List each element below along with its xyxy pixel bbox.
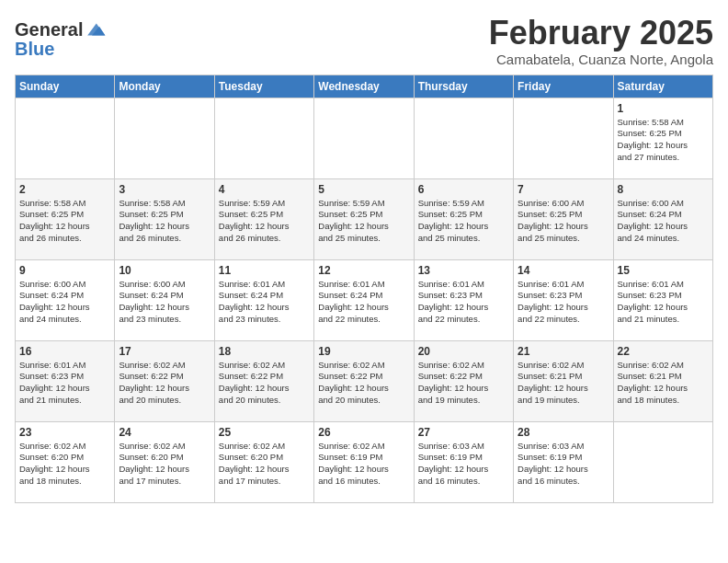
day-cell: 3Sunrise: 5:58 AM Sunset: 6:25 PM Daylig… [115, 178, 214, 259]
day-cell: 24Sunrise: 6:02 AM Sunset: 6:20 PM Dayli… [115, 421, 214, 502]
day-number: 3 [119, 183, 210, 196]
week-row-5: 23Sunrise: 6:02 AM Sunset: 6:20 PM Dayli… [16, 421, 713, 502]
col-header-sunday: Sunday [16, 75, 115, 98]
day-cell: 21Sunrise: 6:02 AM Sunset: 6:21 PM Dayli… [514, 340, 613, 421]
day-number: 28 [518, 426, 609, 439]
logo-text-line2: Blue [15, 39, 54, 59]
header-row: SundayMondayTuesdayWednesdayThursdayFrid… [16, 75, 713, 98]
day-number: 26 [318, 426, 409, 439]
day-info: Sunrise: 6:01 AM Sunset: 6:23 PM Dayligh… [618, 279, 709, 326]
day-cell: 5Sunrise: 5:59 AM Sunset: 6:25 PM Daylig… [314, 178, 414, 259]
col-header-wednesday: Wednesday [314, 75, 414, 98]
col-header-friday: Friday [514, 75, 613, 98]
week-row-4: 16Sunrise: 6:01 AM Sunset: 6:23 PM Dayli… [16, 340, 713, 421]
col-header-thursday: Thursday [414, 75, 513, 98]
day-number: 13 [418, 264, 509, 277]
day-info: Sunrise: 5:58 AM Sunset: 6:25 PM Dayligh… [19, 198, 110, 245]
day-cell: 12Sunrise: 6:01 AM Sunset: 6:24 PM Dayli… [314, 259, 414, 340]
day-info: Sunrise: 5:59 AM Sunset: 6:25 PM Dayligh… [318, 198, 409, 245]
logo: General Blue [15, 18, 107, 59]
day-cell: 11Sunrise: 6:01 AM Sunset: 6:24 PM Dayli… [214, 259, 313, 340]
day-cell: 20Sunrise: 6:02 AM Sunset: 6:22 PM Dayli… [414, 340, 513, 421]
logo-text-line1: General [15, 19, 83, 40]
day-number: 6 [418, 183, 509, 196]
day-number: 11 [219, 264, 310, 277]
logo-icon [85, 18, 107, 40]
day-cell: 13Sunrise: 6:01 AM Sunset: 6:23 PM Dayli… [414, 259, 513, 340]
day-cell: 26Sunrise: 6:02 AM Sunset: 6:19 PM Dayli… [314, 421, 414, 502]
day-number: 15 [618, 264, 709, 277]
day-cell: 22Sunrise: 6:02 AM Sunset: 6:21 PM Dayli… [613, 340, 712, 421]
day-cell: 27Sunrise: 6:03 AM Sunset: 6:19 PM Dayli… [414, 421, 513, 502]
day-cell: 23Sunrise: 6:02 AM Sunset: 6:20 PM Dayli… [16, 421, 115, 502]
day-cell: 6Sunrise: 5:59 AM Sunset: 6:25 PM Daylig… [414, 178, 513, 259]
day-info: Sunrise: 6:02 AM Sunset: 6:20 PM Dayligh… [19, 441, 110, 488]
day-info: Sunrise: 6:03 AM Sunset: 6:19 PM Dayligh… [518, 441, 609, 488]
day-number: 2 [19, 183, 110, 196]
day-cell [16, 98, 115, 178]
day-info: Sunrise: 6:03 AM Sunset: 6:19 PM Dayligh… [418, 441, 509, 488]
day-info: Sunrise: 6:00 AM Sunset: 6:24 PM Dayligh… [19, 279, 110, 326]
day-number: 14 [518, 264, 609, 277]
day-number: 18 [219, 345, 310, 358]
month-title: February 2025 [489, 15, 713, 52]
day-number: 12 [318, 264, 409, 277]
location-subtitle: Camabatela, Cuanza Norte, Angola [489, 52, 713, 67]
day-cell [314, 98, 414, 178]
calendar-table: SundayMondayTuesdayWednesdayThursdayFrid… [15, 75, 713, 503]
day-info: Sunrise: 6:02 AM Sunset: 6:22 PM Dayligh… [119, 360, 210, 407]
day-cell [514, 98, 613, 178]
day-info: Sunrise: 6:00 AM Sunset: 6:25 PM Dayligh… [518, 198, 609, 245]
day-cell: 7Sunrise: 6:00 AM Sunset: 6:25 PM Daylig… [514, 178, 613, 259]
day-cell: 28Sunrise: 6:03 AM Sunset: 6:19 PM Dayli… [514, 421, 613, 502]
day-number: 17 [119, 345, 210, 358]
day-info: Sunrise: 6:02 AM Sunset: 6:22 PM Dayligh… [418, 360, 509, 407]
col-header-monday: Monday [115, 75, 214, 98]
day-number: 16 [19, 345, 110, 358]
day-number: 1 [618, 102, 709, 115]
day-info: Sunrise: 6:01 AM Sunset: 6:24 PM Dayligh… [318, 279, 409, 326]
day-info: Sunrise: 6:02 AM Sunset: 6:22 PM Dayligh… [318, 360, 409, 407]
day-cell: 17Sunrise: 6:02 AM Sunset: 6:22 PM Dayli… [115, 340, 214, 421]
week-row-3: 9Sunrise: 6:00 AM Sunset: 6:24 PM Daylig… [16, 259, 713, 340]
day-cell: 1Sunrise: 5:58 AM Sunset: 6:25 PM Daylig… [613, 98, 712, 178]
day-info: Sunrise: 6:00 AM Sunset: 6:24 PM Dayligh… [618, 198, 709, 245]
day-cell: 19Sunrise: 6:02 AM Sunset: 6:22 PM Dayli… [314, 340, 414, 421]
day-cell: 10Sunrise: 6:00 AM Sunset: 6:24 PM Dayli… [115, 259, 214, 340]
day-cell [214, 98, 313, 178]
day-cell [613, 421, 712, 502]
day-cell [414, 98, 513, 178]
day-number: 7 [518, 183, 609, 196]
day-info: Sunrise: 6:02 AM Sunset: 6:22 PM Dayligh… [219, 360, 310, 407]
day-number: 19 [318, 345, 409, 358]
day-info: Sunrise: 5:59 AM Sunset: 6:25 PM Dayligh… [418, 198, 509, 245]
day-cell: 16Sunrise: 6:01 AM Sunset: 6:23 PM Dayli… [16, 340, 115, 421]
day-info: Sunrise: 6:01 AM Sunset: 6:23 PM Dayligh… [418, 279, 509, 326]
day-info: Sunrise: 6:01 AM Sunset: 6:23 PM Dayligh… [518, 279, 609, 326]
day-number: 4 [219, 183, 310, 196]
day-cell: 15Sunrise: 6:01 AM Sunset: 6:23 PM Dayli… [613, 259, 712, 340]
day-info: Sunrise: 6:00 AM Sunset: 6:24 PM Dayligh… [119, 279, 210, 326]
day-info: Sunrise: 6:01 AM Sunset: 6:24 PM Dayligh… [219, 279, 310, 326]
day-info: Sunrise: 5:59 AM Sunset: 6:25 PM Dayligh… [219, 198, 310, 245]
day-cell: 8Sunrise: 6:00 AM Sunset: 6:24 PM Daylig… [613, 178, 712, 259]
day-number: 23 [19, 426, 110, 439]
day-info: Sunrise: 6:02 AM Sunset: 6:20 PM Dayligh… [119, 441, 210, 488]
day-info: Sunrise: 6:02 AM Sunset: 6:21 PM Dayligh… [518, 360, 609, 407]
day-cell: 14Sunrise: 6:01 AM Sunset: 6:23 PM Dayli… [514, 259, 613, 340]
day-number: 22 [618, 345, 709, 358]
day-info: Sunrise: 6:02 AM Sunset: 6:21 PM Dayligh… [618, 360, 709, 407]
day-number: 10 [119, 264, 210, 277]
day-info: Sunrise: 6:02 AM Sunset: 6:20 PM Dayligh… [219, 441, 310, 488]
day-number: 21 [518, 345, 609, 358]
day-number: 27 [418, 426, 509, 439]
day-cell: 9Sunrise: 6:00 AM Sunset: 6:24 PM Daylig… [16, 259, 115, 340]
day-cell: 25Sunrise: 6:02 AM Sunset: 6:20 PM Dayli… [214, 421, 313, 502]
day-info: Sunrise: 5:58 AM Sunset: 6:25 PM Dayligh… [119, 198, 210, 245]
day-number: 20 [418, 345, 509, 358]
day-number: 24 [119, 426, 210, 439]
day-cell [115, 98, 214, 178]
day-number: 5 [318, 183, 409, 196]
day-cell: 18Sunrise: 6:02 AM Sunset: 6:22 PM Dayli… [214, 340, 313, 421]
week-row-1: 1Sunrise: 5:58 AM Sunset: 6:25 PM Daylig… [16, 98, 713, 178]
